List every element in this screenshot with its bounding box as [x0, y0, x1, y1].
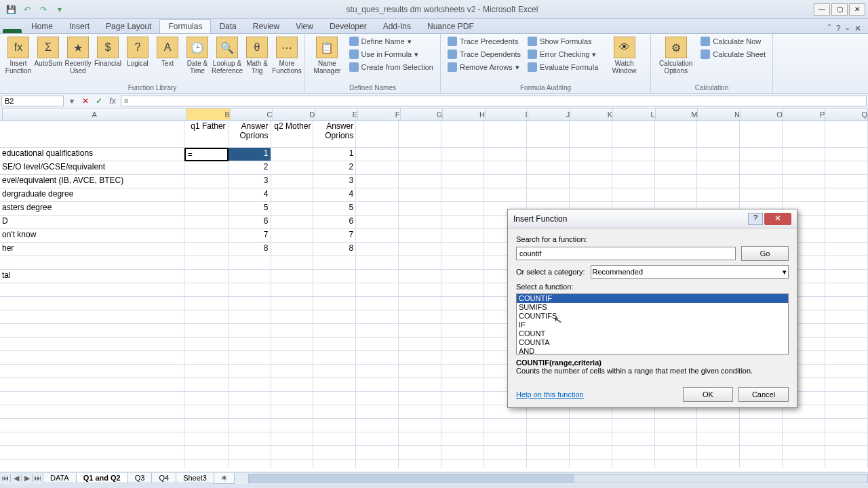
- function-list-item[interactable]: AND: [517, 347, 788, 354]
- cell[interactable]: 7: [229, 229, 271, 243]
- sheet-tab-q3[interactable]: Q3: [127, 473, 153, 483]
- col-header-q[interactable]: Q: [825, 108, 868, 120]
- cell[interactable]: [271, 161, 314, 175]
- cell[interactable]: [184, 243, 229, 256]
- tab-nuance[interactable]: Nuance PDF: [419, 20, 482, 33]
- cell[interactable]: [184, 188, 229, 202]
- cell[interactable]: Answer Oprions: [313, 121, 356, 148]
- col-header-m[interactable]: M: [656, 108, 698, 120]
- tab-insert[interactable]: Insert: [61, 20, 98, 33]
- cell[interactable]: [0, 121, 184, 148]
- name-box[interactable]: [1, 96, 64, 106]
- close-workbook-icon[interactable]: ✕: [854, 24, 861, 33]
- name-manager-button[interactable]: 📋Name Manager: [309, 35, 345, 76]
- cell[interactable]: [184, 202, 229, 216]
- sheet-tab-sheet3[interactable]: Sheet3: [176, 473, 214, 483]
- cell[interactable]: D: [0, 216, 184, 229]
- date-time-button[interactable]: 🕒Date & Time: [183, 35, 212, 76]
- cell[interactable]: [313, 256, 356, 270]
- save-icon[interactable]: 💾: [4, 3, 18, 16]
- insert-function-button[interactable]: fxInsertFunction: [4, 35, 33, 76]
- cell[interactable]: 1: [313, 148, 356, 161]
- col-header-h[interactable]: H: [443, 108, 486, 120]
- more-functions-button[interactable]: ⋯More Functions: [273, 35, 301, 76]
- cell[interactable]: [271, 188, 314, 202]
- cell[interactable]: educational qualifications: [0, 148, 184, 161]
- cell[interactable]: 3: [229, 175, 271, 188]
- cell[interactable]: [184, 229, 229, 243]
- name-box-dropdown-icon[interactable]: ▾: [65, 96, 79, 106]
- remove-arrows-button[interactable]: Remove Arrows ▾: [445, 61, 524, 73]
- cell[interactable]: dergraduate degree: [0, 188, 184, 202]
- minimize-button[interactable]: —: [814, 3, 830, 16]
- financial-button[interactable]: $Financial: [94, 35, 122, 68]
- autosum-button[interactable]: ΣAutoSum: [34, 35, 62, 68]
- tab-page-layout[interactable]: Page Layout: [98, 20, 159, 33]
- lookup-button[interactable]: 🔍Lookup & Reference: [213, 35, 241, 76]
- col-header-e[interactable]: E: [315, 108, 358, 120]
- sheet-tab-data[interactable]: DATA: [43, 473, 77, 483]
- tab-addins[interactable]: Add-Ins: [375, 20, 419, 33]
- maximize-button[interactable]: ▢: [831, 3, 848, 16]
- function-list-item[interactable]: COUNTA: [517, 338, 788, 347]
- use-in-formula-button[interactable]: Use in Formula ▾: [347, 48, 436, 60]
- qat-more-icon[interactable]: ▾: [53, 3, 66, 16]
- function-list[interactable]: COUNTIFSUMIFSCOUNTIFSIFCOUNTCOUNTAAND: [516, 293, 789, 354]
- sheet-nav-first-icon[interactable]: ⏮: [0, 474, 11, 483]
- help-on-function-link[interactable]: Help on this function: [516, 390, 677, 399]
- cell[interactable]: q2 Mother: [271, 121, 314, 148]
- col-header-n[interactable]: N: [698, 108, 741, 120]
- function-list-item[interactable]: COUNTIF: [517, 294, 788, 303]
- watch-window-button[interactable]: 👁Watch Window: [602, 35, 646, 76]
- sheet-nav-prev-icon[interactable]: ◀: [11, 474, 22, 483]
- math-trig-button[interactable]: θMath & Trig: [243, 35, 271, 76]
- evaluate-formula-button[interactable]: Evaluate Formula: [525, 61, 601, 73]
- dialog-help-button[interactable]: ?: [748, 213, 763, 225]
- ok-button[interactable]: OK: [683, 387, 733, 402]
- cancel-formula-icon[interactable]: ✕: [79, 96, 92, 106]
- cell[interactable]: [184, 256, 229, 270]
- col-header-c[interactable]: C: [231, 108, 273, 120]
- function-list-item[interactable]: COUNTIFS: [517, 312, 788, 321]
- cell[interactable]: 2: [229, 161, 271, 175]
- cell[interactable]: [229, 270, 271, 283]
- cell[interactable]: 6: [229, 216, 271, 229]
- cell[interactable]: =: [184, 148, 229, 161]
- tab-developer[interactable]: Developer: [321, 20, 375, 33]
- cell[interactable]: 6: [313, 216, 356, 229]
- cancel-button[interactable]: Cancel: [738, 387, 789, 402]
- help-icon[interactable]: ?: [836, 24, 841, 33]
- cell[interactable]: 5: [229, 202, 271, 216]
- dialog-close-button[interactable]: ✕: [764, 213, 791, 225]
- calculation-options-button[interactable]: ⚙Calculation Options: [655, 35, 696, 76]
- cell[interactable]: [271, 270, 314, 283]
- cell[interactable]: her: [0, 243, 184, 256]
- error-checking-button[interactable]: Error Checking ▾: [525, 48, 601, 60]
- tab-view[interactable]: View: [288, 20, 321, 33]
- new-sheet-button[interactable]: ✳: [214, 473, 235, 484]
- sheet-tab-q4[interactable]: Q4: [151, 473, 176, 483]
- horizontal-scrollbar[interactable]: [248, 474, 868, 483]
- cell[interactable]: [184, 161, 229, 175]
- cell[interactable]: [271, 202, 314, 216]
- cell[interactable]: tal: [0, 270, 184, 283]
- cell[interactable]: [184, 270, 229, 283]
- cell[interactable]: [271, 256, 314, 270]
- define-name-button[interactable]: Define Name ▾: [347, 35, 436, 47]
- sheet-nav-next-icon[interactable]: ▶: [22, 474, 33, 483]
- tab-data[interactable]: Data: [211, 20, 244, 33]
- function-list-item[interactable]: IF: [517, 321, 788, 329]
- go-button[interactable]: Go: [741, 246, 789, 261]
- tab-home[interactable]: Home: [23, 20, 61, 33]
- col-header-j[interactable]: J: [528, 108, 571, 120]
- cell[interactable]: [313, 270, 356, 283]
- sheet-nav-last-icon[interactable]: ⏭: [33, 474, 43, 483]
- cell[interactable]: Answer Oprions: [229, 121, 271, 148]
- close-window-button[interactable]: ✕: [849, 3, 865, 16]
- col-header-p[interactable]: P: [783, 108, 826, 120]
- restore-down-icon[interactable]: ▫: [846, 24, 849, 33]
- col-header-k[interactable]: K: [570, 108, 613, 120]
- tab-review[interactable]: Review: [245, 20, 288, 33]
- show-formulas-button[interactable]: Show Formulas: [525, 35, 601, 47]
- trace-precedents-button[interactable]: Trace Precedents: [445, 35, 524, 47]
